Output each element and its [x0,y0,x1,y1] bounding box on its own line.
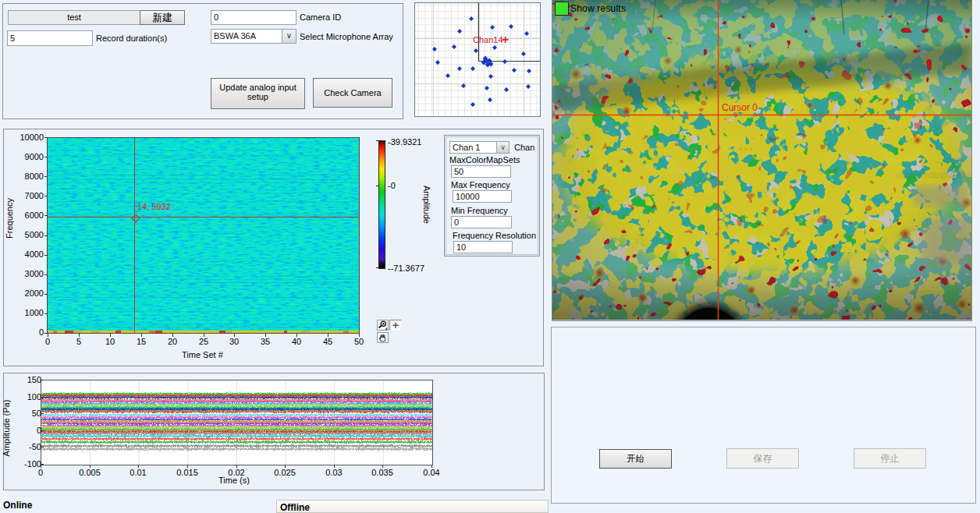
svg-text:Chan14: Chan14 [473,35,503,44]
svg-text:Cursor 0: Cursor 0 [722,102,758,113]
